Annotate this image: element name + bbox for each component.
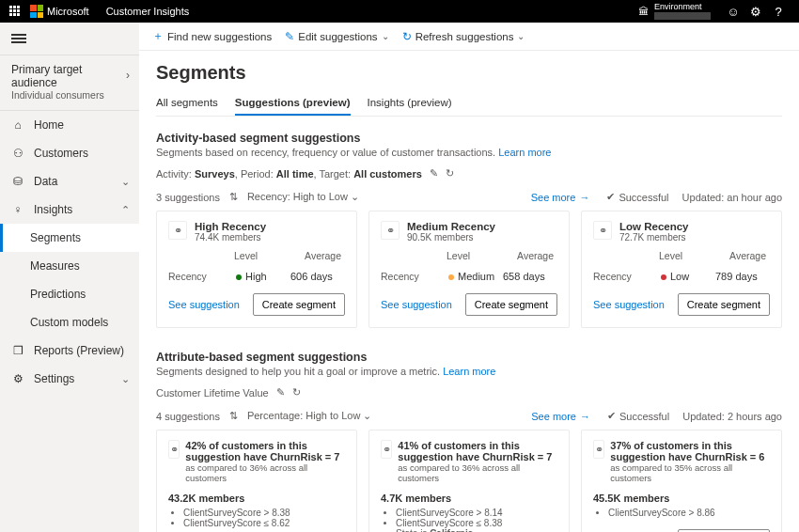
nav-label: Custom models	[30, 316, 108, 329]
refresh-activity-icon[interactable]: ↻	[446, 167, 454, 180]
nav-label: Settings	[34, 372, 74, 385]
card-title: 37% of customers in this suggestion have…	[610, 440, 770, 462]
nav-item-data[interactable]: ⛁Data⌄	[0, 167, 139, 196]
condition-item: ClientSurveyScore > 8.38	[183, 508, 345, 518]
sort-dropdown[interactable]: Percentage: High to Low ⌄	[247, 410, 372, 422]
chevron-down-icon: ⌄	[363, 410, 371, 421]
tab-insights[interactable]: Insights (preview)	[368, 93, 452, 116]
nav-label: Home	[34, 118, 64, 132]
building-icon: 🏛	[638, 6, 649, 17]
card-members: 74.4K members	[195, 232, 266, 243]
conditions-list: ClientSurveyScore > 8.38ClientSurveyScor…	[168, 508, 345, 528]
nav-item-customers[interactable]: ⚇Customers	[0, 139, 139, 167]
create-segment-button[interactable]: Create segment	[678, 293, 770, 316]
segment-icon: ⚭	[168, 440, 180, 459]
nav-subitem-predictions[interactable]: Predictions	[0, 280, 139, 308]
nav-subitem-segments[interactable]: Segments	[0, 224, 139, 252]
condition-item: State is California	[396, 528, 557, 532]
find-new-suggestions-button[interactable]: ＋Find new suggestions	[152, 28, 272, 44]
nav-label: Customers	[34, 147, 88, 160]
segment-icon: ⚭	[381, 221, 400, 240]
average-value: 789 days	[715, 271, 770, 282]
status-text: Successful	[619, 411, 669, 422]
create-segment-button[interactable]: Create segment	[253, 293, 345, 316]
chevron-icon: ⌄	[121, 176, 130, 188]
feedback-icon[interactable]: ☺	[722, 5, 744, 19]
condition-item: ClientSurveyScore > 8.14	[396, 508, 557, 518]
nav-label: Data	[34, 175, 57, 188]
nav-subitem-custom-models[interactable]: Custom models	[0, 308, 139, 336]
refresh-icon: ↻	[402, 30, 412, 43]
segment-icon: ⚭	[381, 440, 392, 459]
chevron-icon: ⌄	[121, 373, 130, 385]
page-tabs: All segments Suggestions (preview) Insig…	[156, 93, 782, 117]
activity-section-title: Activity-based segment suggestions	[156, 132, 782, 145]
refresh-suggestions-button[interactable]: ↻Refresh suggestions⌄	[402, 30, 525, 43]
nav-icon: ⚙	[11, 372, 24, 385]
app-launcher-icon[interactable]	[9, 6, 21, 17]
nav-icon: ⌂	[11, 118, 24, 132]
nav-label: Predictions	[30, 288, 86, 301]
col-level: Level	[446, 250, 470, 261]
create-segment-button[interactable]: Create segment	[465, 293, 557, 316]
see-more-link[interactable]: See more→	[531, 411, 590, 422]
see-suggestion-link[interactable]: See suggestion	[168, 299, 240, 310]
learn-more-link[interactable]: Learn more	[443, 366, 495, 377]
updated-text: Updated: 2 hours ago	[682, 411, 782, 422]
status-dot-icon	[236, 274, 242, 280]
environment-picker[interactable]: 🏛 Environment	[638, 3, 711, 20]
card-title: Low Recency	[619, 221, 689, 232]
nav-label: Segments	[30, 231, 81, 244]
activity-section-subtitle: Segments based on recency, frequency or …	[156, 147, 782, 158]
status-text: Successful	[619, 192, 668, 203]
nav-item-insights[interactable]: ♀Insights⌃	[0, 196, 139, 224]
learn-more-link[interactable]: Learn more	[498, 147, 551, 158]
nav-icon: ⛁	[11, 175, 24, 188]
sidebar: Primary target audience Individual consu…	[0, 23, 139, 532]
attribute-card: ⚭ 37% of customers in this suggestion ha…	[581, 430, 782, 532]
col-level: Level	[234, 250, 258, 261]
audience-selector[interactable]: Primary target audience Individual consu…	[0, 55, 139, 111]
nav-item-home[interactable]: ⌂Home	[0, 111, 139, 139]
card-members: 45.5K members	[593, 493, 770, 504]
edit-attr-icon[interactable]: ✎	[276, 386, 285, 399]
edit-suggestions-button[interactable]: ✎Edit suggestions⌄	[285, 30, 388, 43]
suggestion-count: 4 suggestions	[156, 411, 220, 422]
help-icon[interactable]: ?	[767, 5, 790, 19]
average-value: 658 days	[503, 271, 557, 282]
sort-icon[interactable]: ⇅	[229, 191, 238, 203]
chevron-down-icon: ⌄	[517, 31, 525, 41]
menu-toggle-icon[interactable]	[11, 34, 26, 43]
nav-item-reports-preview-[interactable]: ❒Reports (Preview)	[0, 336, 139, 365]
sort-dropdown[interactable]: Recency: High to Low ⌄	[247, 191, 359, 203]
level-value: Medium	[448, 271, 503, 282]
environment-label: Environment	[654, 3, 711, 12]
card-title: High Recency	[195, 221, 266, 232]
row-label: Recency	[168, 271, 236, 282]
updated-text: Updated: an hour ago	[682, 192, 782, 203]
settings-icon[interactable]: ⚙	[744, 5, 767, 19]
see-suggestion-link[interactable]: See suggestion	[381, 299, 452, 310]
tab-suggestions[interactable]: Suggestions (preview)	[235, 93, 351, 116]
main-content: ＋Find new suggestions ✎Edit suggestions⌄…	[139, 23, 799, 532]
page-title: Segments	[156, 62, 782, 84]
condition-item: ClientSurveyScore ≤ 8.38	[396, 518, 557, 528]
card-subtitle: as compared to 36% across all customers	[398, 462, 557, 483]
audience-subtitle: Individual consumers	[11, 89, 130, 101]
activity-cards: ⚭ High Recency74.4K members LevelAverage…	[156, 211, 782, 328]
attr-section-subtitle: Segments designed to help you hit a goal…	[156, 366, 782, 377]
col-average: Average	[305, 250, 341, 261]
activity-card: ⚭ High Recency74.4K members LevelAverage…	[156, 211, 357, 328]
activity-meta: Activity: Surveys, Period: All time, Tar…	[156, 167, 782, 180]
refresh-attr-icon[interactable]: ↻	[292, 386, 301, 399]
tab-all-segments[interactable]: All segments	[156, 93, 218, 116]
sort-icon[interactable]: ⇅	[229, 410, 238, 422]
nav-item-settings[interactable]: ⚙Settings⌄	[0, 365, 139, 393]
activity-card: ⚭ Low Recency72.7K members LevelAverage …	[581, 211, 782, 328]
segment-icon: ⚭	[593, 221, 612, 240]
edit-activity-icon[interactable]: ✎	[430, 167, 438, 180]
nav-icon: ⚇	[11, 147, 24, 160]
nav-subitem-measures[interactable]: Measures	[0, 252, 139, 280]
see-more-link[interactable]: See more→	[531, 192, 590, 203]
see-suggestion-link[interactable]: See suggestion	[593, 299, 665, 310]
